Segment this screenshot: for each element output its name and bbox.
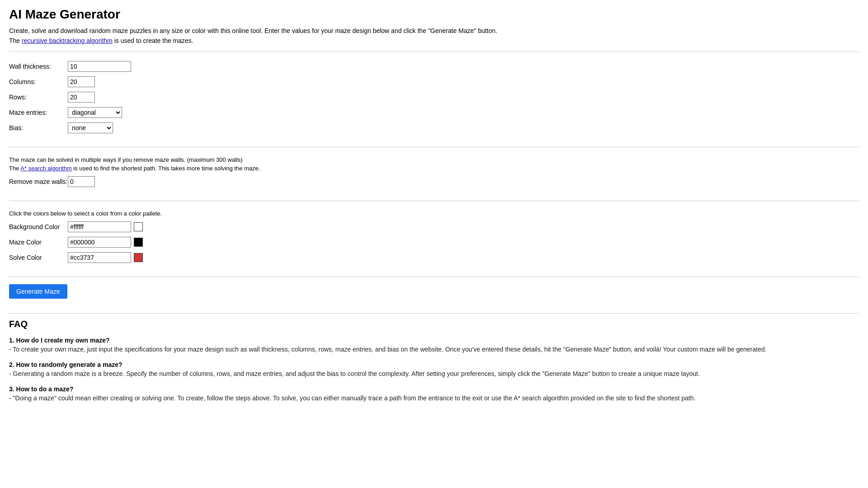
bg-color-label: Background Color: [9, 223, 68, 230]
bg-color-row: Background Color: [9, 221, 859, 232]
intro-algorithm-text: The recursive backtracking algorithm is …: [9, 37, 859, 44]
solve-info-suffix: is used to find the shortest path. This …: [72, 165, 260, 172]
maze-entries-row: Maze entries: diagonal horizontal vertic…: [9, 107, 859, 118]
bg-color-swatch[interactable]: [134, 222, 143, 231]
columns-input[interactable]: [68, 76, 95, 87]
bias-label: Bias:: [9, 124, 68, 131]
bg-color-input[interactable]: [68, 221, 131, 232]
solve-section: The maze can be solved in multiple ways …: [9, 153, 859, 195]
divider-3: [9, 201, 859, 201]
remove-walls-input[interactable]: [68, 176, 95, 187]
generate-maze-button[interactable]: Generate Maze: [9, 284, 67, 299]
a-star-search-link[interactable]: A* search algorithm: [20, 165, 71, 172]
rows-row: Rows:: [9, 92, 859, 103]
faq-question-1: 1. How do I create my own maze?: [9, 337, 859, 344]
solve-color-label: Solve Color: [9, 254, 68, 261]
columns-row: Columns:: [9, 76, 859, 87]
faq-title: FAQ: [9, 319, 859, 329]
wall-thickness-row: Wall thickness:: [9, 61, 859, 72]
remove-walls-row: Remove maze walls:: [9, 176, 859, 187]
solve-info-prefix: The: [9, 165, 20, 172]
recursive-backtracking-link[interactable]: recursive backtracking algorithm: [22, 37, 113, 44]
divider-1: [9, 52, 859, 52]
color-instruction-text: Click the colors below to select a color…: [9, 210, 859, 217]
wall-thickness-input[interactable]: [68, 61, 131, 72]
rows-input[interactable]: [68, 92, 95, 103]
color-section: Click the colors below to select a color…: [9, 206, 859, 271]
faq-item-3: 3. How to do a maze? - "Doing a maze" co…: [9, 385, 859, 402]
faq-question-3: 3. How to do a maze?: [9, 385, 859, 393]
faq-question-2: 2. How to randomly generate a maze?: [9, 361, 859, 368]
bias-row: Bias: none horizontal vertical: [9, 122, 859, 133]
maze-color-row: Maze Color: [9, 237, 859, 248]
solve-info-2: The A* search algorithm is used to find …: [9, 165, 859, 172]
solve-color-input[interactable]: [68, 252, 131, 263]
wall-thickness-label: Wall thickness:: [9, 63, 68, 70]
maze-entries-select[interactable]: diagonal horizontal vertical random: [68, 107, 122, 118]
intro-description: Create, solve and download random maze p…: [9, 27, 859, 34]
maze-settings-form: Wall thickness: Columns: Rows: Maze entr…: [9, 57, 859, 141]
solve-color-row: Solve Color: [9, 252, 859, 263]
divider-2: [9, 147, 859, 147]
bias-select[interactable]: none horizontal vertical: [68, 122, 113, 133]
divider-4: [9, 277, 859, 277]
maze-color-label: Maze Color: [9, 239, 68, 246]
faq-answer-1: - To create your own maze, just input th…: [9, 346, 859, 353]
faq-answer-2: - Generating a random maze is a breeze. …: [9, 370, 859, 377]
faq-section: FAQ 1. How do I create my own maze? - To…: [9, 313, 859, 402]
columns-label: Columns:: [9, 78, 68, 85]
maze-color-input[interactable]: [68, 237, 131, 248]
rows-label: Rows:: [9, 94, 68, 101]
faq-item-1: 1. How do I create my own maze? - To cre…: [9, 337, 859, 353]
remove-walls-label: Remove maze walls:: [9, 178, 68, 185]
solve-info-1: The maze can be solved in multiple ways …: [9, 156, 859, 163]
faq-item-2: 2. How to randomly generate a maze? - Ge…: [9, 361, 859, 377]
page-title: AI Maze Generator: [9, 7, 859, 22]
maze-color-swatch[interactable]: [134, 238, 143, 247]
intro-algorithm-suffix: is used to create the mazes.: [114, 37, 193, 44]
maze-entries-label: Maze entries:: [9, 109, 68, 116]
solve-color-swatch[interactable]: [134, 253, 143, 262]
faq-answer-3: - "Doing a maze" could mean either creat…: [9, 394, 859, 402]
